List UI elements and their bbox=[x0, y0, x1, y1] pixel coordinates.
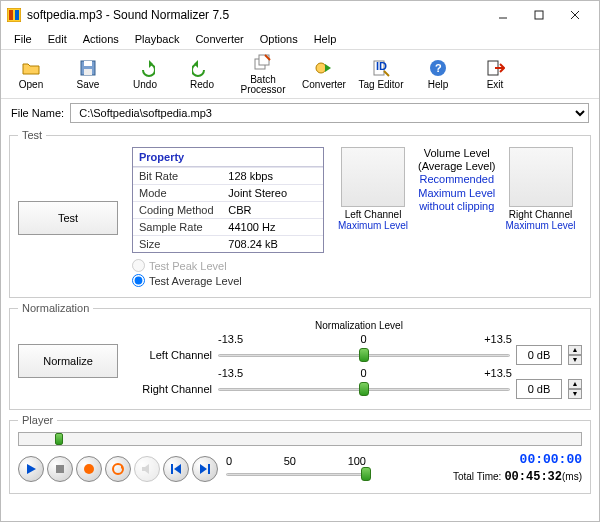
elapsed-time: 00:00:00 bbox=[453, 452, 582, 469]
save-button[interactable]: Save bbox=[60, 52, 116, 96]
radio-average-level[interactable]: Test Average Level bbox=[132, 274, 324, 287]
play-button[interactable] bbox=[18, 456, 44, 482]
prop-row: Coding MethodCBR bbox=[133, 202, 323, 219]
player-legend: Player bbox=[18, 414, 57, 426]
svg-point-12 bbox=[316, 63, 326, 73]
svg-text:?: ? bbox=[435, 62, 442, 74]
normalization-legend: Normalization bbox=[18, 302, 93, 314]
menu-help[interactable]: Help bbox=[307, 31, 344, 47]
menu-file[interactable]: File bbox=[7, 31, 39, 47]
loop-button[interactable] bbox=[105, 456, 131, 482]
left-channel-meter bbox=[341, 147, 405, 207]
left-db-value[interactable]: 0 dB bbox=[516, 345, 562, 365]
stop-button[interactable] bbox=[47, 456, 73, 482]
file-name-row: File Name: C:\Softpedia\softpedia.mp3 bbox=[1, 99, 599, 127]
right-max-level-link[interactable]: Maximum Level bbox=[505, 220, 575, 231]
test-button[interactable]: Test bbox=[18, 201, 118, 235]
property-header: Property bbox=[133, 148, 323, 167]
svg-text:ID: ID bbox=[376, 60, 387, 72]
svg-rect-18 bbox=[56, 465, 64, 473]
normalize-button[interactable]: Normalize bbox=[18, 344, 118, 378]
file-name-select[interactable]: C:\Softpedia\softpedia.mp3 bbox=[70, 103, 589, 123]
prop-row: ModeJoint Stereo bbox=[133, 185, 323, 202]
svg-rect-22 bbox=[208, 464, 210, 474]
converter-icon bbox=[314, 58, 334, 78]
converter-button[interactable]: Converter bbox=[296, 52, 352, 96]
help-icon: ? bbox=[428, 58, 448, 78]
undo-button[interactable]: Undo bbox=[117, 52, 173, 96]
test-group: Test Test Property Bit Rate128 kbps Mode… bbox=[9, 129, 591, 298]
menu-bar: File Edit Actions Playback Converter Opt… bbox=[1, 29, 599, 50]
prop-row: Sample Rate44100 Hz bbox=[133, 219, 323, 236]
volume-slider[interactable] bbox=[226, 465, 366, 483]
help-button[interactable]: ?Help bbox=[410, 52, 466, 96]
redo-icon bbox=[192, 58, 212, 78]
menu-playback[interactable]: Playback bbox=[128, 31, 187, 47]
right-channel-label: Right Channel bbox=[505, 209, 575, 220]
svg-rect-1 bbox=[9, 10, 13, 20]
right-db-value[interactable]: 0 dB bbox=[516, 379, 562, 399]
next-button[interactable] bbox=[192, 456, 218, 482]
right-channel-slider-label: Right Channel bbox=[136, 383, 212, 395]
exit-icon bbox=[485, 58, 505, 78]
toolbar: Open Save Undo Redo Batch Processor Conv… bbox=[1, 50, 599, 99]
svg-rect-21 bbox=[171, 464, 173, 474]
left-db-spinner[interactable]: ▲▼ bbox=[568, 345, 582, 365]
record-button[interactable] bbox=[76, 456, 102, 482]
exit-button[interactable]: Exit bbox=[467, 52, 523, 96]
open-button[interactable]: Open bbox=[3, 52, 59, 96]
mute-button[interactable] bbox=[134, 456, 160, 482]
left-channel-label: Left Channel bbox=[338, 209, 408, 220]
close-button[interactable] bbox=[557, 4, 593, 26]
time-display: 00:00:00 Total Time: 00:45:32(ms) bbox=[453, 452, 582, 485]
normalization-level-label: Normalization Level bbox=[136, 320, 582, 331]
undo-icon bbox=[135, 58, 155, 78]
redo-button[interactable]: Redo bbox=[174, 52, 230, 96]
right-db-spinner[interactable]: ▲▼ bbox=[568, 379, 582, 399]
prop-row: Size708.24 kB bbox=[133, 236, 323, 253]
right-channel-meter bbox=[509, 147, 573, 207]
left-channel-slider[interactable] bbox=[218, 346, 510, 364]
svg-point-19 bbox=[84, 464, 94, 474]
tag-editor-button[interactable]: IDTag Editor bbox=[353, 52, 409, 96]
prev-button[interactable] bbox=[163, 456, 189, 482]
normalization-group: Normalization Normalize Normalization Le… bbox=[9, 302, 591, 410]
menu-actions[interactable]: Actions bbox=[76, 31, 126, 47]
menu-converter[interactable]: Converter bbox=[188, 31, 250, 47]
folder-open-icon bbox=[21, 58, 41, 78]
svg-rect-8 bbox=[84, 61, 92, 66]
right-channel-slider[interactable] bbox=[218, 380, 510, 398]
playback-progress[interactable] bbox=[18, 432, 582, 446]
menu-edit[interactable]: Edit bbox=[41, 31, 74, 47]
file-name-label: File Name: bbox=[11, 107, 64, 119]
svg-rect-9 bbox=[84, 69, 92, 75]
volume-level-info: Volume Level (Average Level) Recommended… bbox=[418, 147, 495, 213]
svg-rect-4 bbox=[535, 11, 543, 19]
minimize-button[interactable] bbox=[485, 4, 521, 26]
window-title: softpedia.mp3 - Sound Normalizer 7.5 bbox=[27, 8, 485, 22]
radio-peak-level: Test Peak Level bbox=[132, 259, 324, 272]
test-legend: Test bbox=[18, 129, 46, 141]
svg-rect-2 bbox=[15, 10, 19, 20]
maximize-button[interactable] bbox=[521, 4, 557, 26]
prop-row: Bit Rate128 kbps bbox=[133, 168, 323, 185]
app-icon bbox=[7, 8, 21, 22]
batch-processor-button[interactable]: Batch Processor bbox=[231, 52, 295, 96]
player-group: Player 050100 00:00:00 Total Time: 00:45… bbox=[9, 414, 591, 494]
floppy-icon bbox=[78, 58, 98, 78]
batch-icon bbox=[253, 53, 273, 73]
menu-options[interactable]: Options bbox=[253, 31, 305, 47]
left-max-level-link[interactable]: Maximum Level bbox=[338, 220, 408, 231]
title-bar: softpedia.mp3 - Sound Normalizer 7.5 bbox=[1, 1, 599, 29]
tag-editor-icon: ID bbox=[371, 58, 391, 78]
property-table: Property Bit Rate128 kbps ModeJoint Ster… bbox=[132, 147, 324, 253]
left-channel-slider-label: Left Channel bbox=[136, 349, 212, 361]
